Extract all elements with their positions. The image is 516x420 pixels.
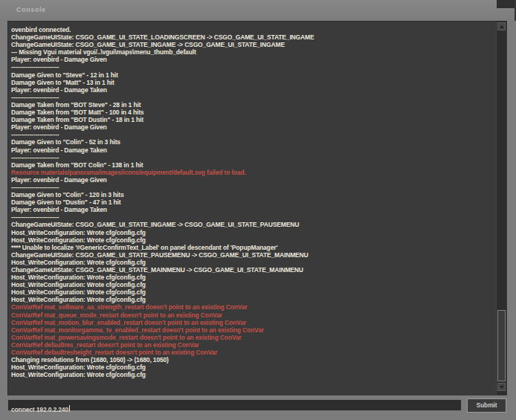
scrollbar[interactable] xyxy=(496,22,506,395)
log-line: ConVarRef mat_motion_blur_enabled_restar… xyxy=(11,319,494,326)
log-line: ChangeGameUIState: CSGO_GAME_UI_STATE_PA… xyxy=(11,251,494,259)
log-line: Host_WriteConfiguration: Wrote cfg/confi… xyxy=(11,236,494,244)
down-arrow-icon xyxy=(500,386,504,389)
log-line: Damage Given to "Matt" - 13 in 1 hit xyxy=(11,79,494,86)
scroll-down-button[interactable] xyxy=(497,383,506,391)
log-line: Damage Given to "Dustin" - 47 in 1 hit xyxy=(11,198,494,206)
log-line: Host_WriteConfiguration: Wrote cfg/confi… xyxy=(11,371,494,378)
log-line: Damage Taken from "BOT Colin" - 138 in 1… xyxy=(11,161,494,169)
window-title: Console xyxy=(16,6,46,13)
log-line: ConVarRef defaultresheight_restart doesn… xyxy=(11,349,494,356)
log-line: **** Unable to localize '#GenericConfirm… xyxy=(11,244,494,251)
backdrop-corner xyxy=(497,0,516,8)
log-line: Resource materials/panorama/images/icons… xyxy=(11,169,494,176)
log-line: ChangeGameUIState: CSGO_GAME_UI_STATE_LO… xyxy=(11,33,494,41)
log-line: Host_WriteConfiguration: Wrote cfg/confi… xyxy=(11,229,494,236)
log-line: Host_WriteConfiguration: Wrote cfg/confi… xyxy=(11,281,494,288)
log-line: Host_WriteConfiguration: Wrote cfg/confi… xyxy=(11,274,494,281)
log-line: Damage Given to "Colin" - 120 in 3 hits xyxy=(11,191,494,198)
text-caret xyxy=(69,405,70,412)
log-line: ------------------------ xyxy=(11,63,494,71)
log-line: ConVarRef mat_powersavingsmode_restart d… xyxy=(11,334,494,341)
log-line: Player: ovenbird - Damage Taken xyxy=(11,86,494,94)
command-input[interactable]: connect 192.0.2.240 xyxy=(7,399,462,411)
log-line: Host_WriteConfiguration: Wrote cfg/confi… xyxy=(11,296,494,303)
command-input-value: connect 192.0.2.240 xyxy=(11,406,68,413)
log-line: Player: ovenbird - Damage Taken xyxy=(11,206,494,213)
log-line: Player: ovenbird - Damage Taken xyxy=(11,146,494,154)
submit-button[interactable]: Submit xyxy=(467,398,506,413)
log-line: ConVarRef defaultres_restart doesn't poi… xyxy=(11,341,494,349)
log-line: ------------------------ xyxy=(11,94,494,101)
title-bar[interactable]: Console x xyxy=(0,0,516,21)
log-line: --- Missing Vgui material vgui/..\vgui\m… xyxy=(11,48,494,56)
log-line: ChangeGameUIState: CSGO_GAME_UI_STATE_IN… xyxy=(11,221,494,228)
log-line: ------------------------ xyxy=(11,131,494,138)
log-line: Player: ovenbird - Damage Given xyxy=(11,123,494,131)
console-log[interactable]: ovenbird connected.ChangeGameUIState: CS… xyxy=(7,21,507,395)
log-line: ConVarRef mat_queue_mode_restart doesn't… xyxy=(11,311,494,319)
log-line: Damage Taken from "BOT Steve" - 28 in 1 … xyxy=(11,101,494,109)
log-line: Damage Given to "Steve" - 12 in 1 hit xyxy=(11,71,494,79)
log-line: ------------------------ xyxy=(11,154,494,161)
log-line: ------------------------ xyxy=(11,213,494,221)
log-line: ovenbird connected. xyxy=(11,26,494,33)
log-line: Player: ovenbird - Damage Given xyxy=(11,176,494,184)
log-line: Host_WriteConfiguration: Wrote cfg/confi… xyxy=(11,259,494,266)
log-line: Changing resolutions from (1680, 1050) -… xyxy=(11,356,494,364)
log-line: ChangeGameUIState: CSGO_GAME_UI_STATE_IN… xyxy=(11,41,494,48)
log-line: Damage Taken from "BOT Dustin" - 18 in 1… xyxy=(11,116,494,123)
scrollbar-thumb[interactable] xyxy=(497,310,506,381)
log-line: ChangeGameUIState: CSGO_GAME_UI_STATE_MA… xyxy=(11,266,494,274)
scroll-up-button[interactable] xyxy=(497,22,506,30)
log-line: ConVarRef mat_monitorgamma_tv_enabled_re… xyxy=(11,326,494,334)
log-line: Host_WriteConfiguration: Wrote cfg/confi… xyxy=(11,364,494,371)
log-line: ConVarRef mat_software_aa_strength_resta… xyxy=(11,303,494,311)
log-line: Damage Taken from "BOT Matt" - 100 in 4 … xyxy=(11,109,494,116)
log-line: Player: ovenbird - Damage Given xyxy=(11,56,494,63)
log-line: ------------------------ xyxy=(11,184,494,191)
log-line: Host_WriteConfiguration: Wrote cfg/confi… xyxy=(11,288,494,296)
up-arrow-icon xyxy=(500,25,504,28)
log-line: Damage Given to "Colin" - 52 in 3 hits xyxy=(11,138,494,146)
